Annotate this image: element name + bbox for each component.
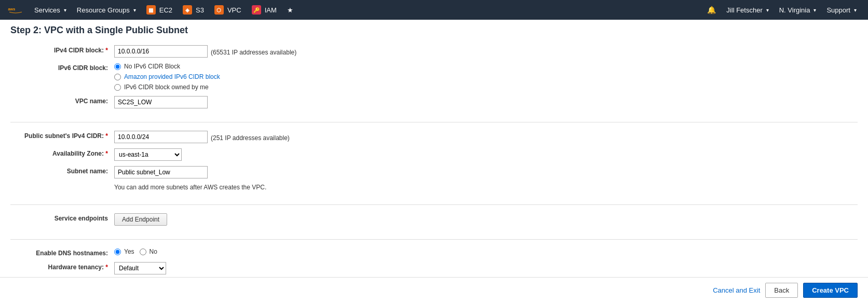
nav-right-section: 🔔 Jill Fetscher ▾ N. Virginia ▾ Support … [702,0,862,20]
iam-nav-item[interactable]: 🔑 IAM [247,0,282,20]
public-subnet-row: Public subnet's IPv4 CIDR: * (251 IP add… [10,131,858,143]
navbar: aws Services ▾ Resource Groups ▾ ▦ EC2 ◈… [0,0,868,20]
services-chevron-icon: ▾ [64,7,66,13]
svg-text:aws: aws [8,7,16,11]
resource-groups-menu[interactable]: Resource Groups ▾ [72,0,141,20]
subnet-add-hint: You can add more subnets after AWS creat… [114,184,858,191]
hardware-tenancy-label: Hardware tenancy: * [10,262,114,271]
public-subnet-label: Public subnet's IPv4 CIDR: * [10,131,114,140]
ec2-nav-item[interactable]: ▦ EC2 [141,0,178,20]
support-chevron-icon: ▾ [854,7,857,13]
ipv6-radio-group: No IPv6 CIDR Block Amazon provided IPv6 … [114,63,220,91]
dns-yes-radio[interactable] [114,249,121,255]
s3-icon: ◈ [183,5,192,15]
service-endpoints-label: Service endpoints [10,213,114,222]
ipv4-cidr-hint: (65531 IP addresses available) [211,47,296,56]
vpc-nav-item[interactable]: ⬡ VPC [209,0,247,20]
region-menu[interactable]: N. Virginia ▾ [774,0,822,20]
ec2-icon: ▦ [146,5,156,15]
subnet-section: Public subnet's IPv4 CIDR: * (251 IP add… [10,131,858,205]
aws-logo[interactable]: aws [6,4,25,16]
dns-yes-option[interactable]: Yes [114,248,134,255]
back-button[interactable]: Back [765,283,798,298]
availability-zone-select[interactable]: us-east-1a us-east-1b us-east-1c No Pref… [114,148,182,161]
availability-zone-label: Availability Zone: * [10,148,114,157]
main-content: Step 2: VPC with a Single Public Subnet … [0,20,868,303]
iam-icon: 🔑 [252,5,261,15]
public-subnet-hint: (251 IP addresses available) [211,132,290,142]
ipv6-amazon-option[interactable]: Amazon provided IPv6 CIDR block [114,73,220,80]
dns-hostnames-row: Enable DNS hostnames: Yes No [10,248,858,257]
ipv6-cidr-row: IPv6 CIDR block: No IPv6 CIDR Block Amaz… [10,63,858,91]
hardware-tenancy-row: Hardware tenancy: * Default Dedicated [10,262,858,274]
ipv4-cidr-label: IPv4 CIDR block: * [10,45,114,54]
favorites-icon[interactable]: ★ [282,0,299,20]
support-menu[interactable]: Support ▾ [821,0,862,20]
dns-no-radio[interactable] [140,249,146,255]
services-menu[interactable]: Services ▾ [29,0,72,20]
ipv6-owned-option[interactable]: IPv6 CIDR block owned by me [114,84,220,91]
subnet-name-input[interactable] [114,166,208,178]
availability-zone-row: Availability Zone: * us-east-1a us-east-… [10,148,858,161]
public-subnet-input[interactable] [114,131,208,143]
ipv6-amazon-radio[interactable] [114,74,121,80]
ipv6-amazon-link[interactable]: Amazon provided IPv6 CIDR block [124,73,220,80]
region-chevron-icon: ▾ [813,7,816,13]
vpc-name-label: VPC name: [10,96,114,105]
subnet-name-label: Subnet name: [10,166,114,175]
s3-nav-item[interactable]: ◈ S3 [178,0,209,20]
ipv4-cidr-row: IPv4 CIDR block: * (65531 IP addresses a… [10,45,858,58]
dns-hostnames-label: Enable DNS hostnames: [10,248,114,257]
ipv4-cidr-input[interactable] [114,45,208,58]
user-menu[interactable]: Jill Fetscher ▾ [721,0,774,20]
dns-no-option[interactable]: No [140,248,157,255]
cancel-exit-button[interactable]: Cancel and Exit [713,286,760,294]
notifications-bell[interactable]: 🔔 [702,0,721,20]
service-endpoints-section: Service endpoints Add Endpoint [10,213,858,240]
user-chevron-icon: ▾ [766,7,769,13]
ipv4-section: IPv4 CIDR block: * (65531 IP addresses a… [10,45,858,122]
footer: Cancel and Exit Back Create VPC [0,277,868,303]
vpc-name-input[interactable] [114,96,208,108]
vpc-name-row: VPC name: [10,96,858,108]
ipv6-cidr-label: IPv6 CIDR block: [10,63,114,72]
ipv6-no-block-radio[interactable] [114,63,121,70]
ipv6-no-block-option[interactable]: No IPv6 CIDR Block [114,63,220,70]
add-endpoint-button[interactable]: Add Endpoint [114,213,167,226]
resource-groups-chevron-icon: ▾ [133,7,136,13]
page-title: Step 2: VPC with a Single Public Subnet [10,25,858,36]
ipv6-owned-radio[interactable] [114,84,121,91]
subnet-name-row: Subnet name: [10,166,858,178]
vpc-icon: ⬡ [214,5,224,15]
hardware-tenancy-select[interactable]: Default Dedicated [114,262,166,274]
create-vpc-button[interactable]: Create VPC [803,283,858,298]
